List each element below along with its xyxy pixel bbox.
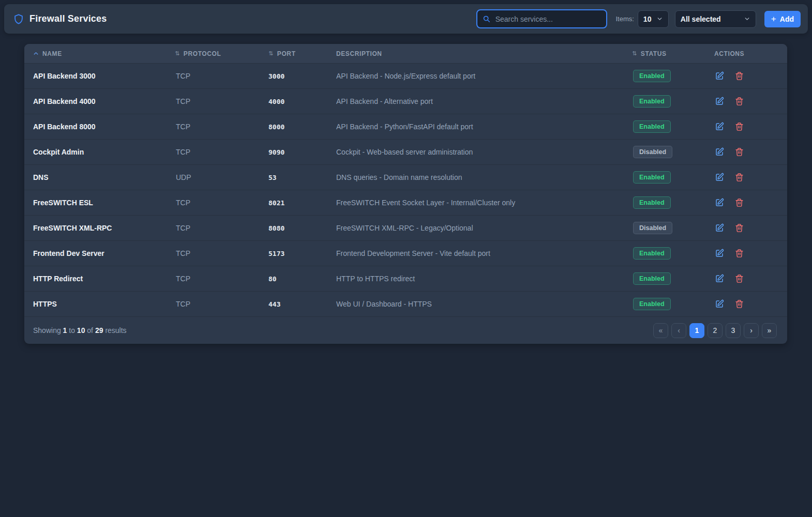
service-port: 443 [268, 300, 336, 308]
edit-button[interactable] [715, 71, 724, 81]
table-row: HTTPS TCP 443 Web UI / Dashboard - HTTPS… [24, 291, 787, 316]
column-label: PORT [277, 50, 296, 57]
edit-button[interactable] [715, 97, 724, 106]
service-protocol: TCP [175, 72, 268, 80]
title-group: Firewall Services [13, 13, 107, 25]
service-name: API Backend 3000 [24, 72, 175, 80]
trash-icon [735, 299, 744, 309]
edit-pencil-square-icon [715, 122, 724, 131]
items-label: Items: [615, 15, 634, 23]
trash-icon [735, 173, 744, 182]
trash-icon [735, 71, 744, 81]
summary-to: 10 [77, 326, 85, 334]
row-actions [710, 198, 787, 207]
service-port: 53 [268, 174, 336, 181]
edit-button[interactable] [715, 122, 724, 131]
pagination-page-3[interactable]: 3 [726, 323, 741, 338]
trash-icon [735, 97, 744, 106]
column-header-name[interactable]: NAME [24, 50, 175, 57]
service-protocol: TCP [175, 97, 268, 105]
edit-button[interactable] [715, 299, 724, 309]
sort-icon: ⇅ [632, 50, 637, 57]
status-badge: Enabled [633, 120, 671, 133]
column-header-protocol[interactable]: ⇅PROTOCOL [175, 50, 268, 57]
edit-button[interactable] [715, 249, 724, 258]
search-icon [483, 14, 490, 23]
service-status-cell: Enabled [632, 272, 710, 285]
pagination-first-button[interactable]: « [653, 323, 668, 338]
delete-button[interactable] [735, 173, 744, 182]
row-actions [710, 147, 787, 157]
row-actions [710, 173, 787, 182]
table-row: DNS UDP 53 DNS queries - Domain name res… [24, 164, 787, 190]
delete-button[interactable] [735, 71, 744, 81]
pagination-page-2[interactable]: 2 [708, 323, 723, 338]
add-button[interactable]: + Add [764, 11, 801, 27]
pagination-next-button[interactable]: › [744, 323, 759, 338]
status-filter-select[interactable]: All selected [675, 10, 756, 28]
delete-button[interactable] [735, 299, 744, 309]
trash-icon [735, 198, 744, 207]
service-protocol: TCP [175, 224, 268, 232]
status-badge: Enabled [633, 70, 671, 82]
items-per-page-select[interactable]: 10 [638, 10, 669, 28]
table-row: Cockpit Admin TCP 9090 Cockpit - Web-bas… [24, 139, 787, 164]
summary-total: 29 [95, 326, 103, 334]
edit-button[interactable] [715, 173, 724, 182]
edit-pencil-square-icon [715, 198, 724, 207]
edit-button[interactable] [715, 198, 724, 207]
status-badge: Enabled [633, 298, 671, 310]
delete-button[interactable] [735, 198, 744, 207]
row-actions [710, 97, 787, 106]
row-actions [710, 223, 787, 233]
delete-button[interactable] [735, 147, 744, 157]
delete-button[interactable] [735, 223, 744, 233]
service-protocol: TCP [175, 249, 268, 257]
service-port: 8080 [268, 224, 336, 232]
column-header-status[interactable]: ⇅STATUS [632, 50, 710, 57]
edit-button[interactable] [715, 274, 724, 283]
delete-button[interactable] [735, 122, 744, 131]
service-description: FreeSWITCH Event Socket Layer - Internal… [336, 199, 632, 207]
pagination-page-1[interactable]: 1 [689, 323, 704, 338]
service-name: Frontend Dev Server [24, 249, 175, 257]
search-input[interactable] [495, 15, 602, 23]
service-status-cell: Disabled [632, 146, 710, 158]
column-label: ACTIONS [714, 50, 744, 57]
service-name: API Backend 8000 [24, 123, 175, 131]
column-header-port[interactable]: ⇅PORT [268, 50, 336, 57]
service-name: API Backend 4000 [24, 97, 175, 105]
delete-button[interactable] [735, 249, 744, 258]
delete-button[interactable] [735, 97, 744, 106]
edit-button[interactable] [715, 147, 724, 157]
column-label: NAME [42, 50, 62, 57]
sort-icon: ⇅ [268, 50, 274, 57]
row-actions [710, 274, 787, 283]
table-row: Frontend Dev Server TCP 5173 Frontend De… [24, 240, 787, 266]
services-table-card: NAME⇅PROTOCOL⇅PORTDESCRIPTION⇅STATUSACTI… [24, 44, 787, 344]
service-name: Cockpit Admin [24, 148, 175, 156]
top-bar: Firewall Services Items: 10 All selected… [4, 4, 808, 34]
trash-icon [735, 223, 744, 233]
pagination-last-button[interactable]: » [762, 323, 777, 338]
service-status-cell: Enabled [632, 70, 710, 82]
status-badge: Enabled [633, 272, 671, 285]
summary-text: of [87, 326, 93, 334]
status-filter-value: All selected [681, 15, 721, 23]
edit-button[interactable] [715, 223, 724, 233]
edit-pencil-square-icon [715, 299, 724, 309]
service-port: 3000 [268, 72, 336, 80]
service-port: 5173 [268, 250, 336, 257]
service-name: HTTPS [24, 300, 175, 308]
summary-text: to [69, 326, 75, 334]
search-box[interactable] [476, 9, 607, 28]
service-status-cell: Enabled [632, 298, 710, 310]
delete-button[interactable] [735, 274, 744, 283]
summary-from: 1 [63, 326, 67, 334]
column-label: STATUS [641, 50, 667, 57]
service-description: Web UI / Dashboard - HTTPS [336, 300, 632, 308]
pagination-prev-button[interactable]: ‹ [671, 323, 686, 338]
row-actions [710, 122, 787, 131]
service-name: FreeSWITCH ESL [24, 199, 175, 207]
table-row: API Backend 3000 TCP 3000 API Backend - … [24, 63, 787, 88]
